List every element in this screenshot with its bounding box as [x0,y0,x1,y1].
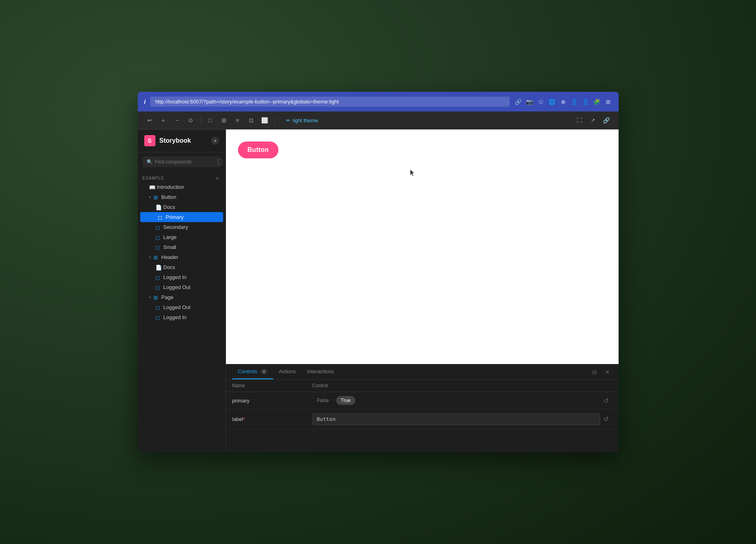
preview-area: Button [226,129,619,364]
sidebar-section-example: EXAMPLE ⊕ 📖 Introduction ▾ ⊞ Button [138,171,226,326]
sidebar-logo: S Storybook ✦ [138,129,226,152]
demo-button[interactable]: Button [238,142,278,158]
url-bar[interactable]: http://localhost:6007/?path=/story/examp… [150,97,509,107]
panel-layout-btn[interactable]: ⊟ [590,367,599,377]
sidebar-item-label: Large [163,234,177,240]
sidebar-item-page-loggedin[interactable]: ◻ Logged In [138,312,226,322]
target-icon[interactable]: ⊕ [559,98,567,106]
tab-actions[interactable]: Actions [273,364,302,379]
name-col-header: Name [232,383,312,388]
toolbar: ↩ + − ⊙ □ ⊞ ≡ ⊡ ⬜ ✏ light theme ⛶ ↗ 🔗 [138,111,619,129]
browser-chrome: i http://localhost:6007/?path=/story/exa… [138,92,619,111]
theme-label: light theme [293,117,319,123]
story-icon: ◻ [155,285,161,290]
interactions-tab-label: Interactions [307,368,334,374]
component-icon: ⊞ [153,295,159,300]
sidebar-item-label: Page [161,294,173,300]
sidebar-item-header-group[interactable]: ▾ ⊞ Header [138,252,226,262]
component-icon: ⊞ [153,255,159,260]
reset-btn-primary[interactable]: ↺ [600,397,612,404]
cursor [410,170,415,177]
controls-row-primary: primary False True ↺ [226,392,619,409]
undo-button[interactable]: ↩ [144,115,155,126]
frame-button[interactable]: ⬜ [259,115,270,126]
sidebar-item-label: Secondary [163,224,188,230]
account2-icon[interactable]: 👤 [582,98,590,106]
sidebar-item-header-loggedin[interactable]: ◻ Logged In [138,272,226,282]
control-name-primary: primary [232,398,312,404]
storybook-logo-icon: S [144,135,155,146]
expand-button[interactable]: ⛶ [574,115,585,126]
search-icon: 🔍 [147,159,153,165]
link-icon[interactable]: 🔗 [514,98,522,106]
sidebar-item-button-group[interactable]: ▾ ⊞ Button [138,192,226,202]
sidebar-item-label: Logged Out [163,304,191,310]
sidebar-item-label: Header [161,254,179,260]
camera-icon[interactable]: 📷 [526,98,534,106]
global-icon[interactable]: 🌐 [548,98,556,106]
section-collapse-btn[interactable]: ⊕ [216,176,219,180]
docs-icon: 📄 [155,204,161,210]
sidebar-item-label: Introduction [157,184,184,190]
collapse-arrow-icon: ▾ [149,195,151,199]
browser-actions: 🔗 📷 ☆ 🌐 ⊕ 👤 👤 🧩 ⊞ [514,98,612,106]
theme-button[interactable]: ✏ light theme [282,116,323,125]
star-icon[interactable]: ☆ [537,98,545,106]
external-link-button[interactable]: ↗ [587,115,599,126]
puzzle-icon[interactable]: 🧩 [593,98,601,106]
controls-tab-label: Controls [238,368,257,374]
zoom-in-button[interactable]: + [158,115,169,126]
label-name: label [232,416,243,422]
story-icon: ◻ [155,315,161,320]
sidebar-item-introduction[interactable]: 📖 Introduction [138,182,226,192]
story-icon: ◻ [155,235,161,240]
control-toggle-primary: False True [312,396,600,405]
list-view-button[interactable]: ≡ [232,115,243,126]
sidebar-item-header-loggedout[interactable]: ◻ Logged Out [138,282,226,292]
account-icon[interactable]: 👤 [571,98,579,106]
zoom-reset-button[interactable]: ⊙ [185,115,196,126]
toggle-false-option[interactable]: False [312,396,334,405]
toggle-true-option[interactable]: True [336,396,355,405]
compare-view-button[interactable]: ⊡ [246,115,257,126]
sidebar-item-label: Logged In [163,274,187,280]
sidebar-item-button-docs[interactable]: 📄 Docs [138,202,226,212]
label-input[interactable] [312,413,600,425]
required-asterisk: * [243,417,245,422]
toolbar-sep-2 [274,116,275,124]
toolbar-right: ⛶ ↗ 🔗 [574,115,612,126]
layout-icon[interactable]: ⊞ [604,98,612,106]
controls-badge: 4 [260,369,268,374]
panel-close-btn[interactable]: ✕ [603,367,612,377]
search-input[interactable] [155,159,215,165]
bottom-tab-actions: ⊟ ✕ [590,367,612,377]
sidebar-item-page-group[interactable]: ▾ ⊞ Page [138,292,226,302]
bottom-tabs: Controls 4 Actions Interactions ⊟ ✕ [226,364,619,380]
sidebar-item-button-primary[interactable]: ◻ Primary [140,212,223,222]
docs-icon: 📄 [155,265,161,270]
zoom-out-button[interactable]: − [171,115,183,126]
tab-controls[interactable]: Controls 4 [232,364,273,379]
info-icon: i [144,99,146,105]
sidebar-item-label: Logged Out [163,284,191,290]
grid-view-button[interactable]: ⊞ [218,115,230,126]
sidebar-item-header-docs[interactable]: 📄 Docs [138,262,226,272]
browser-window: i http://localhost:6007/?path=/story/exa… [138,92,619,452]
reset-btn-label[interactable]: ↺ [600,415,612,423]
controls-row-label: label* ↺ [226,409,619,429]
sidebar-item-button-small[interactable]: ◻ Small [138,242,226,252]
single-view-button[interactable]: □ [205,115,216,126]
sidebar-item-button-secondary[interactable]: ◻ Secondary [138,222,226,232]
actions-tab-label: Actions [279,368,296,374]
component-icon: ⊞ [153,194,159,200]
main-panel: Button Controls 4 Actio [226,129,619,452]
sidebar-item-label: Primary [166,214,184,220]
sidebar-section-header: EXAMPLE ⊕ [138,174,226,182]
sidebar-item-button-large[interactable]: ◻ Large [138,232,226,242]
sidebar-item-page-loggedout[interactable]: ◻ Logged Out [138,302,226,312]
sidebar-badge: ✦ [211,137,219,145]
tab-interactions[interactable]: Interactions [301,364,339,379]
search-bar[interactable]: 🔍 / [143,156,221,167]
copy-link-button[interactable]: 🔗 [601,115,612,126]
toolbar-sep-1 [200,116,201,124]
